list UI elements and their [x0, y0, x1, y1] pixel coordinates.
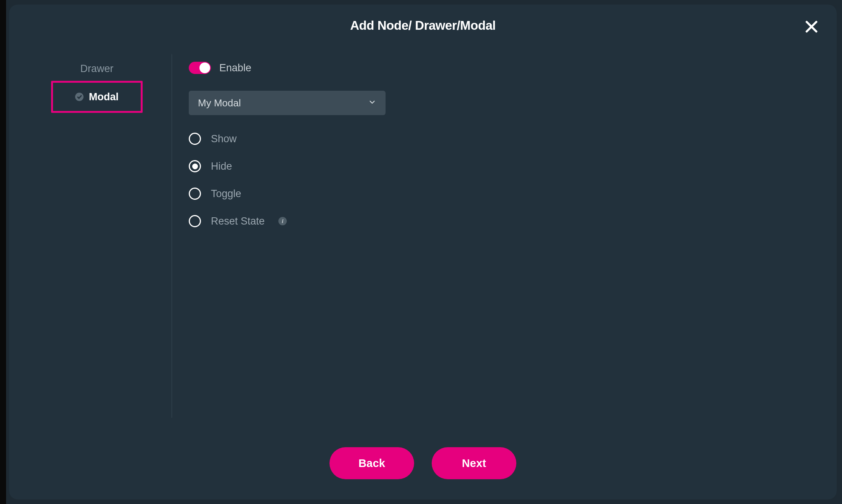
radio-option-hide[interactable]: Hide — [189, 160, 821, 172]
background-strip — [0, 0, 6, 504]
dialog-footer: Back Next — [9, 427, 837, 499]
radio-icon — [189, 160, 201, 172]
sidebar-tabs: Drawer Modal — [29, 47, 165, 427]
radio-icon — [189, 215, 201, 227]
sidebar-item-label: Drawer — [80, 63, 113, 75]
enable-label: Enable — [219, 62, 251, 74]
check-icon — [75, 93, 84, 101]
dialog-header: Add Node/ Drawer/Modal — [9, 5, 837, 47]
enable-toggle[interactable] — [189, 62, 211, 74]
radio-label: Show — [211, 133, 237, 145]
sidebar-item-modal[interactable]: Modal — [51, 81, 143, 113]
sidebar-item-drawer[interactable]: Drawer — [51, 56, 143, 81]
sidebar-item-label: Modal — [89, 91, 119, 103]
dialog-title: Add Node/ Drawer/Modal — [350, 18, 496, 33]
action-radio-group: Show Hide Toggle Reset State i — [189, 133, 821, 227]
component-select[interactable]: My Modal — [189, 91, 386, 115]
dialog-panel: Add Node/ Drawer/Modal Drawer Modal — [9, 5, 837, 499]
vertical-divider — [172, 54, 172, 418]
toggle-knob — [199, 63, 210, 73]
radio-icon — [189, 133, 201, 145]
radio-label: Reset State — [211, 215, 265, 227]
info-icon[interactable]: i — [278, 217, 287, 225]
radio-option-reset-state[interactable]: Reset State i — [189, 215, 821, 227]
form-panel: Enable My Modal Show Hide — [189, 47, 821, 427]
enable-row: Enable — [189, 62, 821, 74]
back-button[interactable]: Back — [329, 447, 414, 479]
radio-option-toggle[interactable]: Toggle — [189, 188, 821, 200]
radio-icon — [189, 188, 201, 200]
radio-label: Toggle — [211, 188, 241, 200]
radio-option-show[interactable]: Show — [189, 133, 821, 145]
close-button[interactable] — [800, 16, 823, 39]
dialog-body: Drawer Modal Enable My Modal — [9, 47, 837, 427]
radio-label: Hide — [211, 161, 232, 172]
next-button[interactable]: Next — [432, 447, 516, 479]
close-icon — [804, 19, 819, 35]
component-select-value: My Modal — [198, 97, 241, 109]
chevron-down-icon — [368, 98, 376, 108]
